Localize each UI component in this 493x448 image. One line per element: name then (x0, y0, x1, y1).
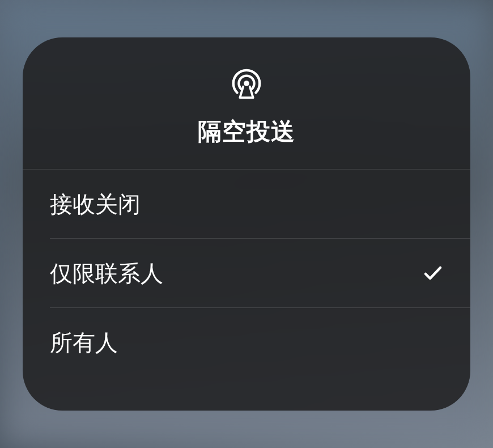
svg-point-0 (244, 81, 249, 86)
option-label: 仅限联系人 (50, 258, 163, 289)
options-list: 接收关闭 仅限联系人 所有人 (23, 170, 470, 411)
airdrop-settings-panel: 隔空投送 接收关闭 仅限联系人 所有人 (23, 37, 470, 411)
airdrop-icon (229, 66, 264, 101)
option-contacts-only[interactable]: 仅限联系人 (23, 239, 470, 308)
panel-header: 隔空投送 (23, 37, 470, 170)
panel-title: 隔空投送 (198, 116, 295, 147)
option-label: 接收关闭 (50, 189, 141, 220)
option-label: 所有人 (50, 327, 118, 358)
option-receiving-off[interactable]: 接收关闭 (23, 170, 470, 239)
option-everyone[interactable]: 所有人 (23, 308, 470, 377)
checkmark-icon (423, 263, 443, 284)
